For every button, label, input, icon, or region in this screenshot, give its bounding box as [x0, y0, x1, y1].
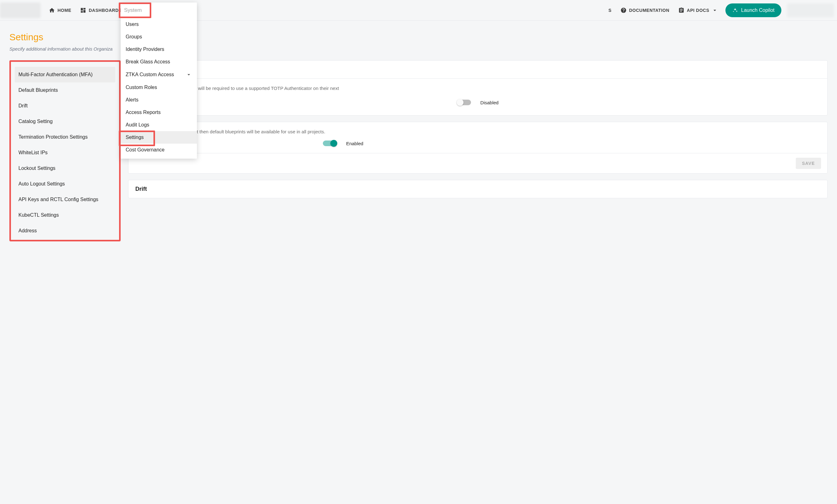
nav-home-label: HOME — [57, 8, 71, 13]
chevron-down-icon — [186, 72, 192, 78]
dropdown-item-label: Identity Providers — [126, 46, 164, 52]
sparkle-icon — [732, 7, 738, 13]
mfa-card-title: n (MFA) — [128, 60, 827, 79]
dropdown-item-cost-governance[interactable]: Cost Governance — [121, 144, 197, 156]
sidebar-item-kubectl-settings[interactable]: KubeCTL Settings — [15, 207, 115, 223]
system-dropdown: System UsersGroupsIdentity ProvidersBrea… — [121, 2, 197, 158]
nav-truncated-label: S — [608, 8, 612, 13]
sidebar-item-address[interactable]: Address — [15, 223, 115, 239]
dropdown-item-groups[interactable]: Groups — [121, 31, 197, 43]
save-button[interactable]: SAVE — [796, 158, 821, 169]
dropdown-item-label: Access Reports — [126, 110, 161, 115]
home-icon — [49, 7, 55, 14]
dashboard-icon — [80, 7, 86, 14]
dropdown-item-label: Alerts — [126, 97, 139, 103]
dropdown-item-settings[interactable]: Settings — [121, 131, 197, 144]
dropdown-header: System — [119, 2, 151, 18]
mfa-status: Disabled — [480, 100, 499, 105]
blueprints-card-footer: SAVE — [128, 153, 827, 173]
settings-sidebar-highlight: Multi-Factor Authentication (MFA)Default… — [10, 60, 121, 241]
sidebar-item-auto-logout-settings[interactable]: Auto Logout Settings — [15, 176, 115, 192]
sidebar-item-whitelist-ips[interactable]: WhiteList IPs — [15, 145, 115, 161]
nav-documentation-label: DOCUMENTATION — [629, 8, 670, 13]
dropdown-item-audit-logs[interactable]: Audit Logs — [121, 119, 197, 131]
dropdown-item-identity-providers[interactable]: Identity Providers — [121, 43, 197, 56]
user-menu-placeholder[interactable] — [787, 3, 834, 17]
dropdown-item-label: Settings — [126, 135, 144, 140]
dropdown-item-access-reports[interactable]: Access Reports — [121, 106, 197, 119]
sidebar-item-lockout-settings[interactable]: Lockout Settings — [15, 161, 115, 176]
logo-placeholder — [0, 2, 41, 18]
dropdown-item-custom-roles[interactable]: Custom Roles — [121, 81, 197, 94]
sidebar-item-drift[interactable]: Drift — [15, 98, 115, 114]
help-icon — [620, 7, 627, 14]
nav-api-docs[interactable]: API DOCS — [674, 0, 723, 21]
dropdown-item-users[interactable]: Users — [121, 18, 197, 31]
dropdown-item-label: Cost Governance — [126, 147, 165, 153]
clipboard-icon — [678, 7, 684, 14]
copilot-label: Launch Copilot — [741, 7, 774, 13]
sidebar-item-multi-factor-authentication-mfa-[interactable]: Multi-Factor Authentication (MFA) — [15, 67, 115, 82]
dropdown-item-label: ZTKA Custom Access — [126, 72, 174, 77]
chevron-down-icon — [712, 7, 718, 14]
nav-documentation[interactable]: DOCUMENTATION — [616, 0, 674, 21]
mfa-card-body: ers of this organization. They will be r… — [128, 79, 827, 115]
dropdown-item-label: Groups — [126, 34, 142, 40]
nav-dashboards-label: DASHBOARDS — [89, 8, 122, 13]
sidebar-item-termination-protection-settings[interactable]: Termination Protection Settings — [15, 129, 115, 145]
dropdown-item-label: Custom Roles — [126, 85, 157, 90]
blueprints-card-body: If you enable default blueprint then def… — [128, 122, 827, 153]
settings-main: n (MFA) ers of this organization. They w… — [128, 60, 827, 198]
dropdown-item-break-glass-access[interactable]: Break Glass Access — [121, 56, 197, 68]
launch-copilot-button[interactable]: Launch Copilot — [726, 3, 781, 17]
blueprints-status: Enabled — [346, 141, 363, 146]
nav-truncated-item[interactable]: S — [608, 0, 616, 21]
nav-api-docs-label: API DOCS — [687, 8, 710, 13]
sidebar-item-default-blueprints[interactable]: Default Blueprints — [15, 82, 115, 98]
dropdown-item-label: Users — [126, 21, 139, 27]
blueprints-card: If you enable default blueprint then def… — [128, 122, 827, 174]
drift-card-title: Drift — [128, 180, 827, 198]
drift-card: Drift — [128, 180, 827, 198]
dropdown-item-ztka-custom-access[interactable]: ZTKA Custom Access — [121, 68, 197, 81]
sidebar-item-api-keys-and-rctl-config-settings[interactable]: API Keys and RCTL Config Settings — [15, 192, 115, 207]
mfa-toggle[interactable] — [457, 100, 471, 105]
nav-home[interactable]: HOME — [44, 0, 76, 21]
mfa-card: n (MFA) ers of this organization. They w… — [128, 60, 827, 115]
settings-sidebar: Multi-Factor Authentication (MFA)Default… — [15, 67, 115, 239]
blueprints-toggle[interactable] — [323, 141, 337, 146]
sidebar-item-catalog-setting[interactable]: Catalog Setting — [15, 114, 115, 129]
dropdown-item-label: Break Glass Access — [126, 59, 170, 64]
dropdown-item-alerts[interactable]: Alerts — [121, 94, 197, 106]
dropdown-item-label: Audit Logs — [126, 122, 149, 128]
